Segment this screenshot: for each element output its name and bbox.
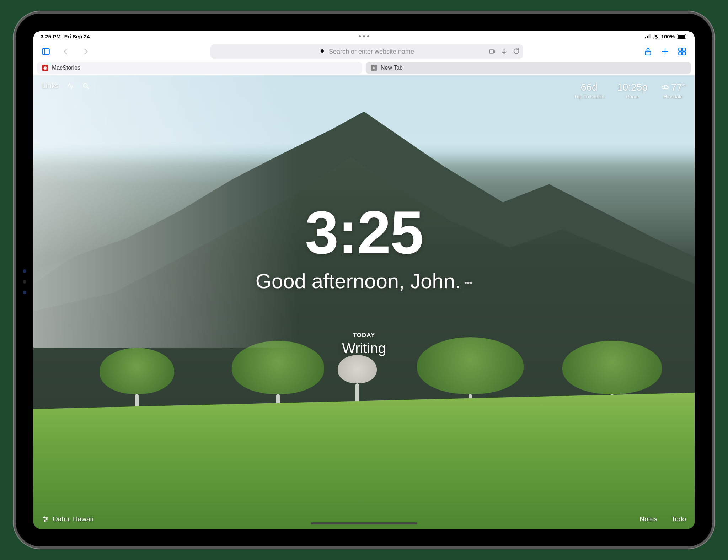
svg-rect-5 <box>494 51 495 53</box>
address-bar[interactable]: Search or enter website name <box>210 44 523 59</box>
svg-point-23 <box>44 520 46 521</box>
search-icon <box>320 48 326 55</box>
svg-rect-0 <box>42 48 49 54</box>
focus-block[interactable]: TODAY Writing <box>33 332 695 356</box>
wifi-icon <box>653 34 659 39</box>
svg-rect-6 <box>503 49 505 53</box>
svg-line-3 <box>323 52 325 54</box>
close-tab-icon[interactable] <box>371 65 377 71</box>
share-button[interactable] <box>641 45 655 58</box>
status-date: Fri Sep 24 <box>64 33 90 39</box>
cellular-icon <box>645 34 651 38</box>
svg-point-2 <box>321 49 324 53</box>
svg-rect-11 <box>679 48 682 51</box>
svg-rect-13 <box>679 52 682 55</box>
world-clock-widget[interactable]: 10:25p Rome <box>617 82 648 99</box>
svg-rect-12 <box>682 48 686 51</box>
weather-widget[interactable]: 77° Hinsdale <box>660 82 686 99</box>
screen: 3:25 PM Fri Sep 24 100% <box>33 31 695 529</box>
tab-label: MacStories <box>52 65 80 71</box>
extensions-icon[interactable] <box>488 48 496 55</box>
momentum-page: Links 66d Trip To Dublin 10:25p Rome <box>33 75 695 529</box>
countdown-widget[interactable]: 66d Trip To Dublin <box>574 82 604 99</box>
svg-point-22 <box>46 518 47 519</box>
svg-point-15 <box>83 83 87 87</box>
tab-overview-button[interactable] <box>675 45 689 58</box>
multitasking-icon[interactable] <box>359 35 369 37</box>
search-icon[interactable] <box>82 82 90 90</box>
camera-dot <box>23 280 26 284</box>
activity-icon[interactable] <box>66 82 74 90</box>
focus-task: Writing <box>33 340 695 356</box>
forward-button[interactable] <box>79 45 92 58</box>
photo-location[interactable]: Oahu, Hawaii <box>42 515 93 523</box>
clock: 3:25 <box>33 202 695 263</box>
reload-icon[interactable] <box>513 48 520 55</box>
new-tab-button[interactable] <box>658 45 672 58</box>
tab-new-tab[interactable]: New Tab <box>366 62 691 74</box>
tab-label: New Tab <box>381 65 403 71</box>
status-bar: 3:25 PM Fri Sep 24 100% <box>33 31 695 41</box>
status-time: 3:25 PM <box>41 33 61 39</box>
favicon-macstories: ◉ <box>42 65 48 71</box>
notes-button[interactable]: Notes <box>639 515 657 523</box>
svg-point-21 <box>44 517 45 518</box>
svg-point-17 <box>662 86 665 89</box>
tab-strip: ◉ MacStories New Tab <box>33 62 695 75</box>
links-button[interactable]: Links <box>42 82 59 90</box>
greeting: Good afternoon, John.••• <box>33 269 695 293</box>
svg-line-16 <box>87 87 89 89</box>
tab-macstories[interactable]: ◉ MacStories <box>37 62 362 74</box>
focus-label: TODAY <box>33 332 695 339</box>
back-button[interactable] <box>59 45 73 58</box>
battery-icon <box>677 34 687 39</box>
sidebar-button[interactable] <box>39 45 53 58</box>
home-indicator[interactable] <box>311 522 417 524</box>
battery-percent: 100% <box>661 33 675 39</box>
settings-icon[interactable] <box>42 516 49 523</box>
address-placeholder: Search or enter website name <box>329 48 414 55</box>
voice-icon[interactable] <box>500 48 508 55</box>
svg-rect-4 <box>489 50 494 53</box>
more-icon[interactable]: ••• <box>464 278 472 287</box>
svg-rect-14 <box>682 52 686 55</box>
weather-icon <box>660 83 669 92</box>
todo-button[interactable]: Todo <box>671 515 686 523</box>
safari-toolbar: Search or enter website name <box>33 41 695 62</box>
ipad-frame: 3:25 PM Fri Sep 24 100% <box>16 14 712 546</box>
